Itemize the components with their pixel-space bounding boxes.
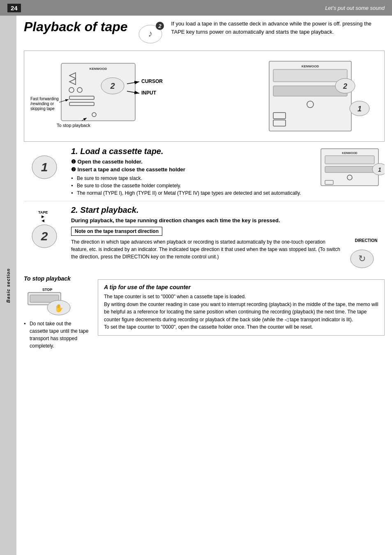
svg-text:/rewinding or: /rewinding or [30, 101, 54, 106]
main-content: Playback of tape ♪ 2 If you load a tape … [16, 16, 392, 354]
svg-text:2: 2 [343, 82, 347, 90]
tip-text: The tape counter is set to "0000" when a… [104, 293, 378, 331]
page-number: 24 [7, 4, 21, 12]
svg-text:▶: ▶ [42, 214, 44, 219]
header-bar: 24 Let's put out some sound [0, 0, 392, 16]
stop-title: To stop playback [24, 275, 90, 282]
svg-text:1: 1 [357, 105, 362, 113]
title-description: If you load a tape in the cassette deck … [171, 20, 385, 36]
svg-rect-28 [273, 69, 347, 82]
stop-bullets: Do not take out the cassette tape until … [24, 320, 90, 350]
svg-text:STOP: STOP [42, 288, 52, 292]
header-title: Let's put out some sound [325, 5, 385, 11]
direction-row: The direction in which tape advances whe… [71, 238, 385, 269]
step1-device-icon: KENWOOD 1 [319, 147, 385, 188]
svg-text:2: 2 [110, 81, 115, 90]
svg-text:INPUT: INPUT [141, 90, 157, 96]
svg-text:KENWOOD: KENWOOD [90, 67, 107, 71]
direction-label: DIRECTION [348, 238, 385, 243]
left-device-diagram: KENWOOD 2 CURSOR [28, 55, 168, 137]
svg-text:✋: ✋ [54, 304, 64, 313]
bottom-row: To stop playback STOP ✋ Do not take out … [24, 275, 385, 350]
step1-sub1: ❶ Open the cassette holder. [71, 159, 313, 165]
right-device-diagram: KENWOOD 2 1 [265, 55, 380, 137]
stop-icon: STOP ✋ [24, 285, 73, 318]
svg-text:2: 2 [41, 229, 48, 243]
svg-text:TAPE: TAPE [38, 210, 48, 214]
step1-content: 1. Load a cassette tape. ❶ Open the cass… [71, 147, 313, 197]
step1-row: 1 1. Load a cassette tape. ❶ Open the ca… [24, 147, 385, 201]
tip-content: The tape counter is set to "0000" when a… [104, 294, 378, 330]
step1-title: 1. Load a cassette tape. [71, 147, 313, 156]
step2-icon: TAPE ▶ ◀ 2 [24, 205, 65, 251]
svg-text:KENWOOD: KENWOOD [342, 152, 357, 154]
sidebar: Basic section [0, 16, 16, 555]
step2-title: 2. Start playback. [71, 205, 385, 215]
stop-bullet: Do not take out the cassette tape until … [24, 320, 90, 350]
step2-subtitle: During playback, the tape running direct… [71, 217, 385, 223]
note-box: Note on the tape transport direction [71, 227, 162, 236]
stop-section: To stop playback STOP ✋ Do not take out … [24, 275, 90, 350]
step1-bullets: Be sure to remove tape slack. Be sure to… [71, 175, 313, 197]
svg-text:skipping tape: skipping tape [30, 106, 55, 111]
title-section: Playback of tape ♪ 2 If you load a tape … [24, 20, 385, 46]
tip-box: A tip for use of the tape counter The ta… [98, 279, 385, 336]
step2-content: 2. Start playback. During playback, the … [71, 205, 385, 269]
step1-icon: 1 [24, 147, 65, 184]
sidebar-label: Basic section [6, 268, 11, 303]
direction-icon: DIRECTION ↻ [348, 238, 385, 269]
svg-rect-41 [325, 156, 374, 164]
svg-rect-42 [325, 166, 374, 173]
step1-bullet-3: The normal (TYPE I), High (TYPE II) or M… [71, 189, 313, 197]
svg-text:Fast forwarding: Fast forwarding [30, 97, 59, 101]
page-title: Playback of tape [24, 20, 128, 34]
step2-row: TAPE ▶ ◀ 2 2. Start playback. During pla… [24, 205, 385, 273]
svg-text:↻: ↻ [358, 253, 366, 264]
svg-text:KENWOOD: KENWOOD [302, 64, 319, 68]
svg-text:♪: ♪ [148, 28, 152, 39]
svg-text:◀: ◀ [42, 219, 44, 223]
title-tape-icon: ♪ 2 [136, 22, 165, 46]
svg-text:2: 2 [158, 23, 161, 29]
svg-text:1: 1 [378, 166, 381, 173]
steps-section: 1 1. Load a cassette tape. ❶ Open the ca… [24, 147, 385, 273]
note-text: The direction in which tape advances whe… [71, 238, 344, 260]
step1-bullet-1: Be sure to remove tape slack. [71, 175, 313, 182]
diagram-section: KENWOOD 2 CURSOR [24, 51, 385, 142]
tip-title: A tip for use of the tape counter [104, 284, 378, 290]
svg-text:1: 1 [41, 160, 48, 174]
svg-text:CURSOR: CURSOR [141, 78, 163, 84]
step1-bullet-2: Be sure to close the cassette holder com… [71, 182, 313, 189]
step1-sub2: ❷ Insert a tape and close the cassette h… [71, 166, 313, 173]
svg-text:To stop playback: To stop playback [57, 123, 90, 128]
